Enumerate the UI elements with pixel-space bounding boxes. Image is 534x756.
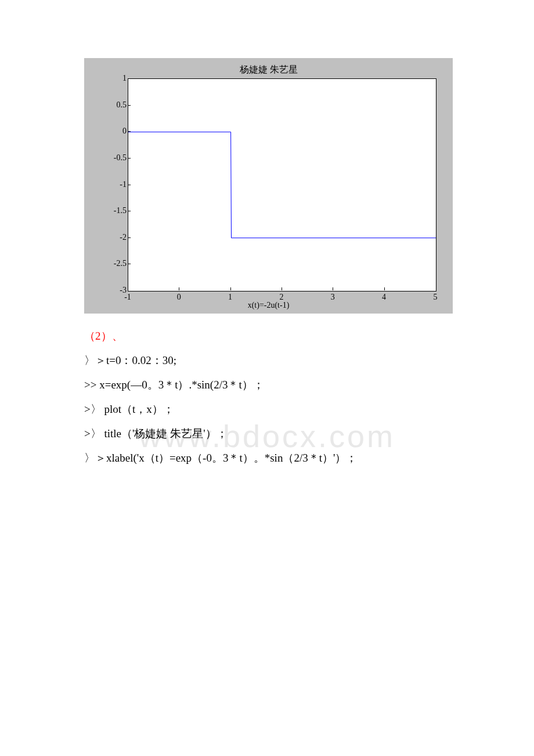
code-line: >〉 title（'杨婕婕 朱艺星'）； (84, 423, 453, 445)
x-tick-mark (333, 287, 333, 290)
x-tick-mark (282, 287, 282, 290)
matlab-figure: 杨婕婕 朱艺星 1 0.5 0 -0.5 -1 -1.5 -2 -2.5 -3 … (84, 58, 453, 314)
y-tick-mark (128, 185, 131, 185)
y-tick-mark (128, 237, 131, 238)
y-tick-label: -1.5 (98, 206, 127, 215)
y-tick-label: 1 (98, 74, 127, 83)
y-tick-label: -1 (98, 180, 127, 189)
code-line: >> x=exp(—0。3＊t）.*sin(2/3＊t）； (84, 374, 453, 396)
x-axis-label: x(t)=-2u(t-1) (84, 301, 453, 310)
code-line: 〉＞t=0：0.02：30; (84, 350, 453, 372)
y-tick-label: 0 (98, 127, 127, 136)
item-number: （2）、 (84, 325, 453, 347)
code-line: >〉 plot（t，x）； (84, 398, 453, 420)
x-tick-mark (230, 287, 231, 290)
document-page: www.bdocx.com 杨婕婕 朱艺星 1 0.5 0 -0.5 -1 -1… (0, 58, 534, 469)
x-tick-mark (384, 287, 385, 290)
y-tick-label: -2.5 (98, 259, 127, 268)
y-tick-mark (128, 131, 131, 132)
step-plot-line (128, 79, 436, 291)
y-tick-mark (128, 264, 131, 264)
y-tick-mark (128, 78, 131, 79)
y-tick-label: 0.5 (98, 100, 127, 110)
y-tick-label: -0.5 (98, 153, 127, 163)
y-tick-mark (128, 211, 131, 211)
chart-title: 杨婕婕 朱艺星 (84, 64, 453, 76)
y-tick-label: -2 (98, 233, 127, 242)
code-line: 〉＞xlabel('x（t）=exp（-0。3＊t）。*sin（2/3＊t）'）… (84, 447, 453, 469)
y-tick-mark (128, 105, 131, 106)
x-tick-mark (179, 287, 179, 290)
y-tick-mark (128, 158, 131, 159)
plot-axes (128, 78, 436, 291)
code-text-block: （2）、 〉＞t=0：0.02：30; >> x=exp(—0。3＊t）.*si… (84, 325, 453, 469)
